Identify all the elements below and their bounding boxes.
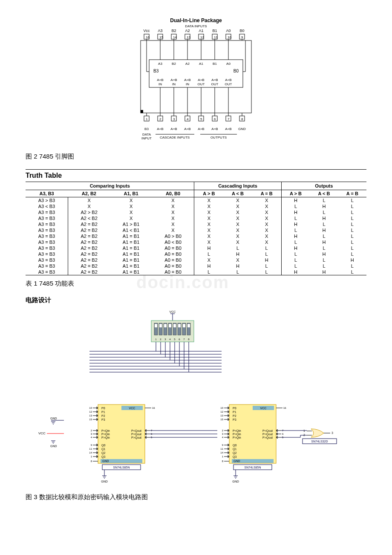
svg-rect-116 (155, 324, 157, 327)
svg-text:A<B: A<B (157, 78, 163, 82)
svg-rect-137 (187, 324, 190, 327)
svg-text:3: 3 (331, 431, 333, 434)
svg-text:Q2: Q2 (233, 451, 236, 455)
svg-text:10: 10 (89, 407, 92, 409)
svg-text:A=B: A=B (170, 78, 177, 82)
svg-text:8: 8 (91, 460, 92, 462)
svg-text:GND: GND (50, 417, 57, 420)
svg-text:INPUT: INPUT (141, 136, 152, 140)
svg-text:2: 2 (222, 429, 224, 432)
svg-text:P=Qin: P=Qin (101, 433, 110, 436)
svg-text:P<Qin: P<Qin (101, 429, 110, 433)
svg-text:1: 1 (222, 455, 224, 458)
svg-text:A1: A1 (199, 29, 203, 33)
svg-text:B2: B2 (172, 62, 176, 66)
svg-text:VCC: VCC (38, 431, 46, 435)
svg-text:GND: GND (50, 445, 57, 448)
svg-text:Q2: Q2 (101, 451, 105, 455)
svg-text:Q1: Q1 (101, 448, 105, 451)
svg-text:P>Qin: P>Qin (233, 436, 241, 439)
pinout-diagram: Dual-In-Line Package DATA INPUTS VccA3B2… (26, 17, 366, 146)
svg-text:DATA INPUTS: DATA INPUTS (185, 24, 207, 28)
svg-text:IN: IN (159, 82, 162, 86)
svg-text:GND: GND (233, 460, 240, 462)
figure-2-caption: 图 2 7485 引脚图 (26, 153, 366, 161)
svg-text:4: 4 (91, 436, 92, 439)
svg-text:7: 7 (228, 117, 230, 121)
svg-text:CASCADE INPUTS: CASCADE INPUTS (160, 136, 190, 139)
truth-table: Comparing Inputs Cascading Inputs Output… (26, 182, 366, 275)
svg-text:IN: IN (186, 82, 189, 86)
svg-rect-122 (164, 324, 167, 327)
section-heading-circuit-design: 电路设计 (26, 296, 366, 304)
svg-text:IN: IN (172, 82, 176, 86)
svg-rect-46 (141, 40, 251, 113)
svg-text:1: 1 (91, 455, 92, 458)
svg-text:B2: B2 (171, 29, 176, 33)
svg-text:A3: A3 (158, 29, 162, 33)
figure-3-caption: 图 3 数据比较模和原始密码输入模块电路图 (26, 493, 366, 501)
svg-text:SN74LS85N: SN74LS85N (113, 466, 130, 469)
svg-text:A>B: A>B (198, 127, 204, 131)
svg-text:3: 3 (173, 117, 175, 121)
svg-text:12: 12 (89, 410, 92, 413)
svg-text:Q3: Q3 (233, 455, 236, 459)
svg-text:P1: P1 (233, 410, 236, 413)
svg-text:5: 5 (200, 117, 202, 121)
svg-text:4: 4 (187, 117, 189, 121)
svg-rect-134 (183, 324, 185, 327)
svg-text:16: 16 (283, 407, 286, 409)
svg-text:16: 16 (152, 407, 155, 409)
svg-text:A0: A0 (226, 29, 231, 33)
svg-text:P>Qout: P>Qout (131, 436, 141, 439)
svg-text:GND: GND (238, 127, 246, 131)
svg-text:11: 11 (89, 448, 92, 450)
svg-text:3: 3 (222, 433, 224, 435)
svg-text:9: 9 (241, 35, 243, 39)
svg-text:P>Qin: P>Qin (101, 436, 110, 439)
svg-text:P<Qin: P<Qin (233, 429, 241, 433)
svg-text:14: 14 (89, 451, 92, 454)
svg-text:P2: P2 (101, 414, 105, 417)
svg-text:9: 9 (91, 444, 92, 446)
svg-text:A0: A0 (226, 62, 231, 66)
svg-text:14: 14 (220, 451, 223, 454)
svg-text:A=B: A=B (211, 127, 218, 131)
svg-rect-131 (178, 324, 181, 327)
svg-text:A=B: A=B (170, 127, 177, 131)
svg-text:6: 6 (282, 433, 284, 435)
svg-text:A3: A3 (158, 62, 162, 66)
svg-text:B1: B1 (212, 29, 217, 33)
svg-text:GND: GND (232, 480, 239, 483)
svg-text:OUT: OUT (225, 82, 232, 86)
truth-table-title: Truth Table (26, 169, 366, 179)
svg-text:GND: GND (102, 460, 109, 462)
svg-text:B3: B3 (153, 69, 159, 73)
table-1-caption: 表 1 7485 功能表 (26, 280, 366, 288)
svg-text:13: 13 (89, 414, 92, 417)
svg-text:3: 3 (91, 433, 92, 435)
svg-rect-72 (141, 110, 143, 113)
svg-text:VCC: VCC (170, 310, 176, 313)
svg-text:VCC: VCC (260, 407, 267, 410)
svg-text:8: 8 (241, 117, 243, 121)
svg-text:P<Qout: P<Qout (262, 429, 273, 433)
svg-text:P3: P3 (233, 418, 236, 421)
svg-text:B0: B0 (239, 29, 244, 33)
svg-text:OUT: OUT (198, 82, 205, 86)
svg-text:P3: P3 (101, 418, 105, 421)
svg-text:15: 15 (89, 418, 92, 421)
svg-text:GND: GND (101, 480, 108, 483)
svg-rect-119 (159, 324, 162, 327)
svg-text:B3: B3 (144, 127, 149, 131)
svg-rect-125 (169, 324, 171, 327)
svg-text:P2: P2 (233, 414, 236, 417)
svg-text:A>B: A>B (184, 127, 190, 131)
svg-text:A<B: A<B (157, 127, 163, 131)
svg-text:Q1: Q1 (233, 448, 236, 451)
svg-text:Q0: Q0 (101, 444, 105, 447)
svg-text:4: 4 (222, 436, 224, 439)
svg-text:DATA: DATA (142, 133, 151, 136)
svg-text:B0: B0 (233, 69, 239, 73)
svg-text:A<B: A<B (225, 127, 231, 131)
